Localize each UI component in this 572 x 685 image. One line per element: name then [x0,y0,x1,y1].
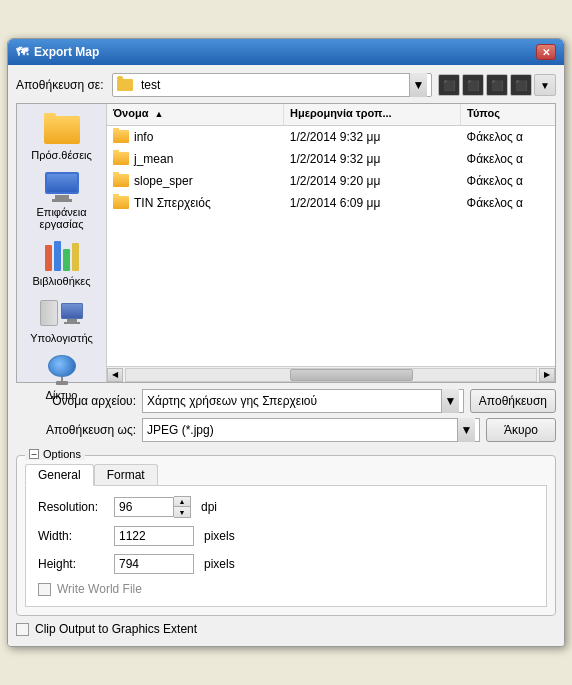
resolution-input[interactable] [114,497,174,517]
file-date-cell: 1/2/2014 9:32 μμ [284,128,461,146]
titlebar: 🗺 Export Map ✕ [8,39,564,65]
write-world-label: Write World File [57,582,142,596]
folder-icon [113,174,129,187]
horizontal-scrollbar[interactable]: ◀ ▶ [107,366,555,382]
sidebar-item-desktop[interactable]: Επιφάνεια εργασίας [22,167,102,234]
file-type-cell: Φάκελος α [461,194,555,212]
file-type-cell: Φάκελος α [461,172,555,190]
computer-icon [42,297,82,329]
sidebar: Πρόσ.θέσεις Επιφάνεια εργασίας [17,104,107,382]
sort-arrow: ▲ [154,109,163,119]
window-body: Αποθήκευση σε: test ▼ ⬛ ⬛ ⬛ ⬛ ▼ [8,65,564,646]
height-input[interactable] [114,554,194,574]
cancel-button[interactable]: Άκυρο [486,418,556,442]
folder-icon [113,152,129,165]
file-type-cell: Φάκελος α [461,128,555,146]
filename-combo-arrow[interactable]: ▼ [441,389,459,413]
toolbar-icon-4[interactable]: ⬛ [510,74,532,96]
width-label: Width: [38,529,108,543]
options-section: – Options General Format Resolution: ▲ ▼ [16,455,556,616]
recent-icon [42,114,82,146]
options-content: Resolution: ▲ ▼ dpi Width: pixels [25,486,547,607]
titlebar-left: 🗺 Export Map [16,45,99,59]
folder-icon [113,130,129,143]
saveas-combo-arrow[interactable]: ▼ [457,418,475,442]
clip-output-label: Clip Output to Graphics Extent [35,622,197,636]
scroll-right-btn[interactable]: ▶ [539,368,555,382]
height-label: Height: [38,557,108,571]
scroll-track[interactable] [125,368,537,382]
tab-general[interactable]: General [25,464,94,486]
close-button[interactable]: ✕ [536,44,556,60]
export-map-dialog: 🗺 Export Map ✕ Αποθήκευση σε: test ▼ ⬛ ⬛… [7,38,565,647]
titlebar-controls: ✕ [536,44,556,60]
col-type[interactable]: Τύπος [461,104,555,125]
table-row[interactable]: j_mean 1/2/2014 9:32 μμ Φάκελος α [107,148,555,170]
footer-row: Clip Output to Graphics Extent [16,616,556,638]
file-date-cell: 1/2/2014 9:20 μμ [284,172,461,190]
options-tabs: General Format [25,464,547,486]
col-date[interactable]: Ημερομηνία τροπ... [284,104,461,125]
toolbar-icon-3[interactable]: ⬛ [486,74,508,96]
resolution-unit: dpi [201,500,217,514]
scroll-thumb[interactable] [290,369,413,381]
save-button[interactable]: Αποθήκευση [470,389,556,413]
current-folder-text: test [137,78,405,92]
folder-combo-arrow[interactable]: ▼ [409,73,427,97]
saveas-label: Αποθήκευση ως: [16,423,136,437]
toolbar-icons: ⬛ ⬛ ⬛ ⬛ ▼ [438,74,556,96]
width-unit: pixels [204,529,235,543]
width-row: Width: pixels [38,526,534,546]
write-world-row: Write World File [38,582,534,596]
file-date-cell: 1/2/2014 6:09 μμ [284,194,461,212]
network-icon [42,354,82,386]
file-header: Όνομα ▲ Ημερομηνία τροπ... Τύπος [107,104,555,126]
sidebar-recent-label: Πρόσ.θέσεις [31,149,92,161]
folder-icon [117,79,133,91]
resolution-spinner-btns: ▲ ▼ [174,496,191,518]
file-list: info 1/2/2014 9:32 μμ Φάκελος α j_mean 1… [107,126,555,366]
resolution-spinner: ▲ ▼ [114,496,191,518]
height-unit: pixels [204,557,235,571]
sidebar-item-recent[interactable]: Πρόσ.θέσεις [22,110,102,165]
main-area: Πρόσ.θέσεις Επιφάνεια εργασίας [16,103,556,383]
window-title: Export Map [34,45,99,59]
clip-output-checkbox[interactable] [16,623,29,636]
file-date-cell: 1/2/2014 9:32 μμ [284,150,461,168]
col-name[interactable]: Όνομα ▲ [107,104,284,125]
saveas-combo[interactable]: JPEG (*.jpg) ▼ [142,418,480,442]
desktop-icon [42,171,82,203]
resolution-label: Resolution: [38,500,108,514]
write-world-checkbox[interactable] [38,583,51,596]
height-row: Height: pixels [38,554,534,574]
sidebar-desktop-label: Επιφάνεια εργασίας [24,206,100,230]
file-pane: Όνομα ▲ Ημερομηνία τροπ... Τύπος info 1/ [107,104,555,382]
toolbar-icon-arrow[interactable]: ▼ [534,74,556,96]
folder-combo[interactable]: test ▼ [112,73,432,97]
saveas-row: Αποθήκευση ως: JPEG (*.jpg) ▼ Άκυρο [16,418,556,442]
table-row[interactable]: TIN Σπερχειός 1/2/2014 6:09 μμ Φάκελος α [107,192,555,214]
toolbar-icon-1[interactable]: ⬛ [438,74,460,96]
libraries-icon [42,240,82,272]
app-icon: 🗺 [16,45,28,59]
table-row[interactable]: slope_sper 1/2/2014 9:20 μμ Φάκελος α [107,170,555,192]
folder-icon [113,196,129,209]
options-expand-btn[interactable]: – [29,449,39,459]
save-location-row: Αποθήκευση σε: test ▼ ⬛ ⬛ ⬛ ⬛ ▼ [16,73,556,97]
table-row[interactable]: info 1/2/2014 9:32 μμ Φάκελος α [107,126,555,148]
file-name-cell: info [107,128,284,146]
sidebar-libraries-label: Βιβλιοθήκες [32,275,90,287]
tab-format[interactable]: Format [94,464,158,485]
filename-label: Όνομα αρχείου: [16,394,136,408]
filename-combo[interactable]: Χάρτης χρήσεων γης Σπερχειού ▼ [142,389,464,413]
resolution-row: Resolution: ▲ ▼ dpi [38,496,534,518]
scroll-left-btn[interactable]: ◀ [107,368,123,382]
sidebar-item-computer[interactable]: Υπολογιστής [22,293,102,348]
filename-text: Χάρτης χρήσεων γης Σπερχειού [147,394,441,408]
width-input[interactable] [114,526,194,546]
sidebar-item-libraries[interactable]: Βιβλιοθήκες [22,236,102,291]
options-legend-label: Options [43,448,81,460]
resolution-up-btn[interactable]: ▲ [174,497,190,507]
resolution-down-btn[interactable]: ▼ [174,507,190,517]
toolbar-icon-2[interactable]: ⬛ [462,74,484,96]
